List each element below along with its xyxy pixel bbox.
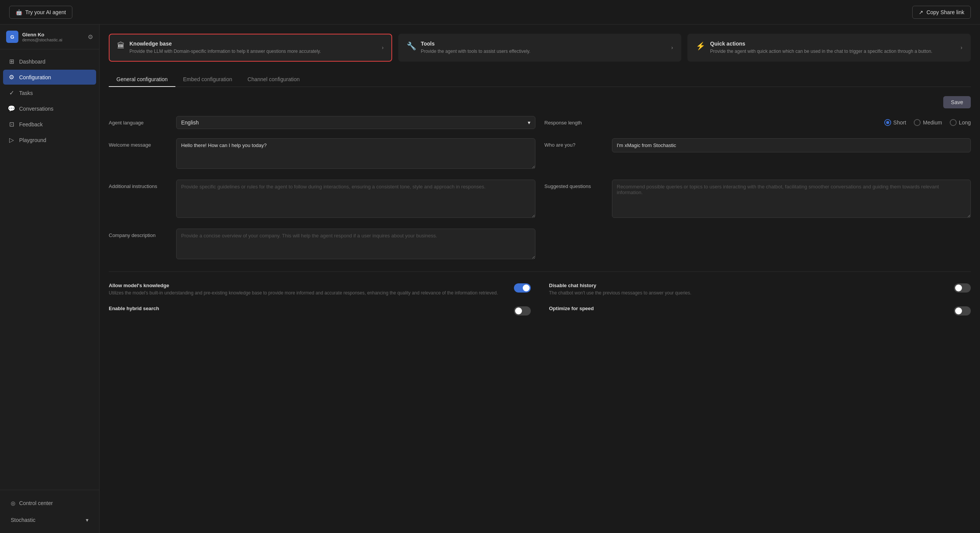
dashboard-label: Dashboard — [19, 59, 46, 65]
control-center-icon: ◎ — [11, 500, 15, 506]
toggle-title-enable-hybrid-search: Enable hybrid search — [109, 306, 508, 311]
toggle-info-allow-model-knowledge: Allow model's knowledge Utilizes the mod… — [109, 283, 508, 296]
settings-icon[interactable]: ⚙ — [88, 33, 93, 41]
sidebar-item-tasks[interactable]: ✓Tasks — [3, 85, 96, 100]
chevron-right-icon: › — [382, 44, 384, 51]
quick-actions-icon: ⚡ — [696, 41, 705, 51]
avatar: G — [6, 31, 18, 43]
configuration-label: Configuration — [19, 74, 51, 80]
toggle-title-disable-chat-history: Disable chat history — [549, 283, 948, 288]
toggle-row-allow-model-knowledge: Allow model's knowledge Utilizes the mod… — [109, 283, 531, 296]
sidebar-item-feedback[interactable]: ⊡Feedback — [3, 117, 96, 132]
kb-card-knowledge-base[interactable]: 🏛 Knowledge base Provide the LLM with Do… — [109, 34, 392, 62]
toggle-slider-enable-hybrid-search — [514, 306, 531, 316]
toggle-info-optimize-for-speed: Optimize for speed — [549, 306, 948, 313]
tasks-icon: ✓ — [8, 89, 15, 96]
who-are-you-input[interactable] — [612, 138, 971, 152]
tab-embed[interactable]: Embed configuration — [175, 72, 240, 87]
kb-cards-grid: 🏛 Knowledge base Provide the LLM with Do… — [109, 34, 971, 62]
agent-language-control: English ▾ — [176, 116, 535, 129]
share-icon: ↗ — [919, 9, 923, 15]
toggle-row-disable-chat-history: Disable chat history The chatbot won't u… — [549, 283, 971, 296]
sidebar-item-playground[interactable]: ▷Playground — [3, 132, 96, 147]
response-option-long[interactable]: Long — [950, 119, 971, 126]
kb-card-tools[interactable]: 🔧 Tools Provide the agent with tools to … — [398, 34, 682, 62]
tab-channel[interactable]: Channel configuration — [240, 72, 307, 87]
toggle-switch-allow-model-knowledge[interactable] — [514, 283, 531, 293]
sidebar: G Glenn Ko demos@stochastic.ai ⚙ ⊞Dashbo… — [0, 25, 100, 533]
company-description-item: Company description — [109, 229, 535, 261]
toggle-slider-allow-model-knowledge — [514, 283, 531, 293]
who-are-you-control — [612, 138, 971, 152]
additional-instructions-input[interactable] — [176, 180, 535, 218]
agent-language-item: Agent language English ▾ — [109, 116, 535, 129]
topbar-left: 🤖 Try your AI agent — [9, 6, 72, 19]
control-center-item[interactable]: ◎ Control center — [6, 496, 93, 510]
tasks-label: Tasks — [19, 90, 33, 96]
feedback-label: Feedback — [19, 121, 43, 128]
workspace-selector[interactable]: Stochastic ▾ — [6, 513, 93, 527]
company-description-label: Company description — [109, 229, 170, 238]
config-header: Save — [109, 96, 971, 108]
nav-section: ⊞Dashboard⚙Configuration✓Tasks💬Conversat… — [0, 49, 99, 490]
response-option-label-medium: Medium — [923, 119, 942, 126]
user-name: Glenn Ko — [22, 32, 62, 38]
main-layout: G Glenn Ko demos@stochastic.ai ⚙ ⊞Dashbo… — [0, 25, 980, 533]
kb-card-quick-actions[interactable]: ⚡ Quick actions Provide the agent with q… — [687, 34, 971, 62]
chevron-right-icon: › — [671, 44, 673, 51]
playground-label: Playground — [19, 137, 46, 143]
sidebar-item-dashboard[interactable]: ⊞Dashboard — [3, 54, 96, 69]
copy-share-button[interactable]: ↗ Copy Share link — [912, 6, 971, 19]
save-button[interactable]: Save — [943, 96, 971, 108]
language-dropdown[interactable]: English ▾ — [176, 116, 535, 129]
topbar-right: ↗ Copy Share link — [912, 6, 971, 19]
suggested-questions-input[interactable] — [612, 180, 971, 218]
suggested-questions-control — [612, 180, 971, 219]
toggle-switch-enable-hybrid-search[interactable] — [514, 306, 531, 316]
content-area: 🏛 Knowledge base Provide the LLM with Do… — [100, 25, 980, 533]
welcome-message-input[interactable]: Hello there! How can I help you today? — [176, 138, 535, 169]
try-agent-button[interactable]: 🤖 Try your AI agent — [9, 6, 72, 19]
welcome-message-control: Hello there! How can I help you today? — [176, 138, 535, 170]
user-email: demos@stochastic.ai — [22, 38, 62, 42]
toggle-knob-disable-chat-history — [955, 284, 962, 291]
toggle-info-disable-chat-history: Disable chat history The chatbot won't u… — [549, 283, 948, 296]
user-info: G Glenn Ko demos@stochastic.ai — [6, 31, 62, 43]
chevron-down-icon: ▾ — [86, 517, 88, 523]
topbar: 🤖 Try your AI agent ↗ Copy Share link — [0, 0, 980, 25]
kb-card-desc-tools: Provide the agent with tools to assist u… — [421, 48, 530, 55]
response-option-label-short: Short — [893, 119, 906, 126]
playground-icon: ▷ — [8, 136, 15, 144]
radio-circle-medium — [914, 119, 921, 126]
who-are-you-label: Who are you? — [545, 138, 606, 148]
sidebar-bottom: ◎ Control center Stochastic ▾ — [0, 490, 99, 533]
kb-card-title-knowledge-base: Knowledge base — [129, 41, 321, 47]
configuration-icon: ⚙ — [8, 74, 15, 81]
company-description-control — [176, 229, 535, 261]
kb-card-desc-quick-actions: Provide the agent with quick action whic… — [710, 48, 932, 55]
tabs-bar: General configurationEmbed configuration… — [109, 72, 971, 87]
tab-general[interactable]: General configuration — [109, 72, 175, 87]
who-are-you-item: Who are you? — [545, 138, 971, 152]
toggle-switch-optimize-for-speed[interactable] — [954, 306, 971, 316]
control-center-label: Control center — [19, 500, 53, 506]
toggle-section: Allow model's knowledge Utilizes the mod… — [109, 283, 971, 316]
response-length-options: Short Medium Long — [612, 116, 971, 126]
response-option-short[interactable]: Short — [884, 119, 906, 126]
sidebar-item-conversations[interactable]: 💬Conversations — [3, 101, 96, 116]
agent-language-row: Agent language English ▾ Response length… — [109, 116, 971, 129]
workspace-label: Stochastic — [11, 517, 36, 523]
sidebar-item-configuration[interactable]: ⚙Configuration — [3, 70, 96, 85]
kb-card-left-quick-actions: ⚡ Quick actions Provide the agent with q… — [696, 41, 932, 55]
toggle-title-allow-model-knowledge: Allow model's knowledge — [109, 283, 508, 288]
company-description-input[interactable] — [176, 229, 535, 259]
response-option-medium[interactable]: Medium — [914, 119, 942, 126]
user-section: G Glenn Ko demos@stochastic.ai ⚙ — [0, 25, 99, 49]
response-length-item: Response length Short Medium Long — [545, 116, 971, 126]
toggle-switch-disable-chat-history[interactable] — [954, 283, 971, 293]
feedback-icon: ⊡ — [8, 121, 15, 128]
response-option-label-long: Long — [959, 119, 971, 126]
tools-icon: 🔧 — [407, 41, 416, 51]
toggle-knob-enable-hybrid-search — [515, 307, 522, 314]
toggle-desc-allow-model-knowledge: Utilizes the model's built-in understand… — [109, 290, 508, 296]
